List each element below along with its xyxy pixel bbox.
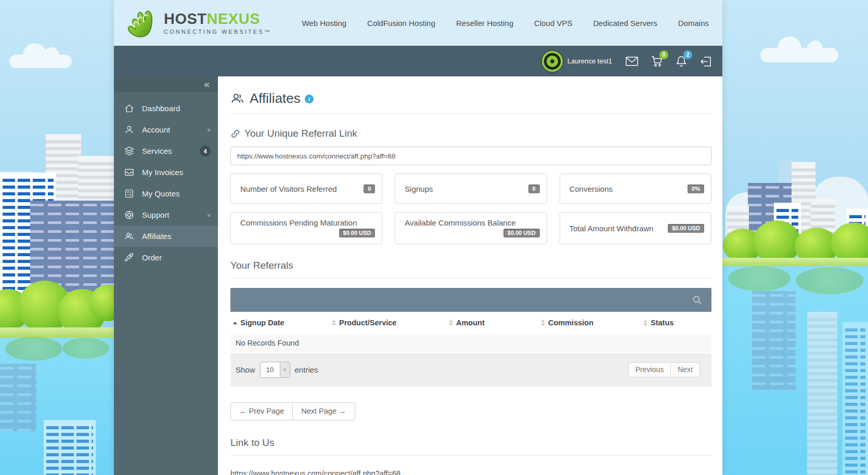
affiliates-icon — [124, 231, 134, 241]
column-header-status[interactable]: Status — [643, 319, 711, 327]
next-page-button[interactable]: Next Page → — [292, 402, 355, 420]
link-icon — [230, 129, 240, 139]
notifications-button[interactable]: 2 — [676, 55, 687, 68]
nav-reseller-hosting[interactable]: Reseller Hosting — [456, 19, 513, 28]
sidebar-item-account[interactable]: Account ˅ — [114, 119, 218, 140]
referral-link-title: Your Unique Referral Link — [244, 128, 357, 139]
stat-total-withdrawn: Total Amount Withdrawn $0.00 USD — [560, 212, 711, 244]
link-to-us-title: Link to Us — [230, 437, 711, 448]
stat-commissions-pending: Commissions Pending Maturation $0.00 USD — [230, 212, 382, 244]
divider — [230, 455, 711, 456]
divider — [230, 278, 711, 279]
background-grass — [0, 327, 114, 339]
chevron-down-icon: ˅ — [208, 212, 211, 218]
sidebar-item-my-quotes[interactable]: My Quotes — [114, 183, 218, 204]
sidebar-item-affiliates[interactable]: Affiliates — [114, 226, 218, 247]
chevron-down-icon: ˅ — [208, 127, 211, 133]
services-count-badge: 4 — [200, 146, 211, 156]
messages-button[interactable] — [626, 57, 638, 66]
sort-icon — [331, 320, 336, 326]
stat-visitors-referred: Number of Visitors Referred 0 — [230, 174, 382, 204]
previous-button[interactable]: Previous — [628, 362, 671, 377]
next-button[interactable]: Next — [670, 362, 700, 377]
sort-icon — [540, 320, 545, 326]
hostnexus-logo[interactable]: HOSTNEXUS CONNECTING WEBSITES™ — [123, 6, 271, 40]
stat-value-badge: $0.00 USD — [339, 229, 375, 238]
stat-value-badge: 0 — [528, 184, 540, 193]
table-header-row: Signup Date Product/Service Amount Commi… — [230, 312, 711, 333]
stat-available-balance: Available Commissions Balance $0.00 USD — [395, 212, 547, 244]
cart-button[interactable]: 0 — [651, 55, 663, 68]
cloud — [760, 48, 838, 62]
logout-button[interactable] — [699, 55, 712, 68]
collapse-icon: « — [204, 79, 210, 89]
referral-link-input[interactable] — [230, 147, 711, 165]
brand-tagline: CONNECTING WEBSITES™ — [164, 29, 271, 35]
referrals-title: Your Referrals — [230, 260, 711, 271]
column-header-amount[interactable]: Amount — [448, 319, 540, 327]
sort-asc-icon — [232, 322, 237, 324]
sidebar-item-my-invoices[interactable]: My Invoices — [114, 162, 218, 183]
top-nav: HOSTNEXUS CONNECTING WEBSITES™ Web Hosti… — [114, 0, 722, 46]
affiliates-icon — [230, 91, 244, 105]
chevron-down-icon: ˅ — [280, 362, 290, 377]
affiliate-stats: Number of Visitors Referred 0 Signups 0 … — [230, 174, 711, 244]
rocket-icon — [124, 253, 134, 262]
search-icon[interactable] — [692, 295, 702, 305]
avatar[interactable] — [542, 51, 563, 72]
info-icon[interactable]: i — [305, 95, 314, 103]
referrals-table: Signup Date Product/Service Amount Commi… — [230, 288, 711, 387]
user-icon — [124, 125, 134, 135]
divider — [230, 113, 711, 114]
invoice-icon — [124, 167, 134, 177]
nav-dedicated-servers[interactable]: Dedicated Servers — [593, 19, 657, 28]
background-reflection — [0, 364, 36, 431]
sidebar-item-order[interactable]: Order — [114, 247, 218, 268]
table-footer: Show 10 ˅ entries Previous Next — [230, 353, 711, 387]
layers-icon — [124, 146, 134, 156]
stat-signups: Signups 0 — [395, 174, 547, 204]
column-header-commission[interactable]: Commission — [540, 319, 643, 327]
empty-table-message: No Records Found — [230, 334, 711, 352]
sort-icon — [448, 320, 453, 326]
logo-hand-icon — [123, 6, 160, 40]
table-pagination: Previous Next — [628, 362, 700, 377]
stat-value-badge: $0.00 USD — [668, 224, 704, 233]
page-header: Affiliates i — [230, 90, 711, 107]
envelope-icon — [626, 57, 638, 66]
sidebar-collapse-button[interactable]: « — [114, 76, 218, 91]
link-to-us-url: https://www.hostnexus.com/connect/aff.ph… — [230, 469, 711, 475]
username: Laurence test1 — [567, 57, 612, 65]
stat-value-badge: 0 — [364, 184, 375, 193]
column-header-product-service[interactable]: Product/Service — [331, 319, 448, 327]
support-icon — [124, 210, 134, 220]
stat-value-badge: $0.00 USD — [503, 229, 540, 238]
sort-icon — [643, 320, 647, 326]
brand-name: HOSTNEXUS — [164, 11, 271, 27]
nav-cloud-vps[interactable]: Cloud VPS — [534, 19, 572, 28]
nav-domains[interactable]: Domains — [678, 19, 709, 28]
stat-value-badge: 0% — [688, 184, 704, 193]
app-window: HOSTNEXUS CONNECTING WEBSITES™ Web Hosti… — [114, 0, 722, 475]
user-bar: Laurence test1 0 2 — [114, 46, 722, 76]
column-header-signup-date[interactable]: Signup Date — [232, 319, 331, 327]
primary-nav: Web Hosting ColdFusion Hosting Reseller … — [302, 19, 709, 28]
sidebar: « Dashboard Account ˅ Services 4 — [114, 76, 218, 475]
background-reflection — [843, 322, 868, 475]
nav-web-hosting[interactable]: Web Hosting — [302, 19, 346, 28]
nav-coldfusion-hosting[interactable]: ColdFusion Hosting — [367, 19, 435, 28]
sidebar-item-dashboard[interactable]: Dashboard — [114, 98, 218, 119]
sidebar-item-services[interactable]: Services 4 — [114, 140, 218, 162]
notifications-count-badge: 2 — [683, 50, 692, 59]
home-icon — [124, 103, 134, 113]
sidebar-item-support[interactable]: Support ˅ — [114, 204, 218, 226]
sidebar-menu: Dashboard Account ˅ Services 4 My Invoic… — [114, 91, 218, 268]
page-size-select[interactable]: 10 ˅ — [260, 362, 290, 378]
background-reflection — [807, 312, 837, 475]
background-reflection — [752, 291, 796, 390]
stat-conversions: Conversions 0% — [560, 174, 711, 204]
cloud — [9, 55, 72, 68]
main-content: Affiliates i Your Unique Referral Link N… — [218, 76, 722, 475]
background-reflection — [44, 420, 96, 475]
prev-page-button[interactable]: ← Prev Page — [230, 402, 293, 420]
